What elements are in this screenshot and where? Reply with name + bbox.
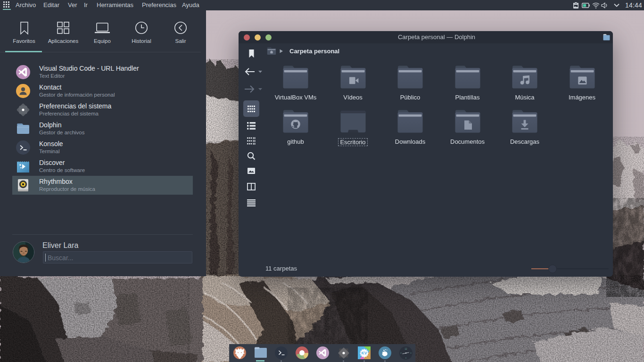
svg-text:12: 12: [405, 348, 407, 350]
svg-text:KV: KV: [362, 351, 367, 355]
